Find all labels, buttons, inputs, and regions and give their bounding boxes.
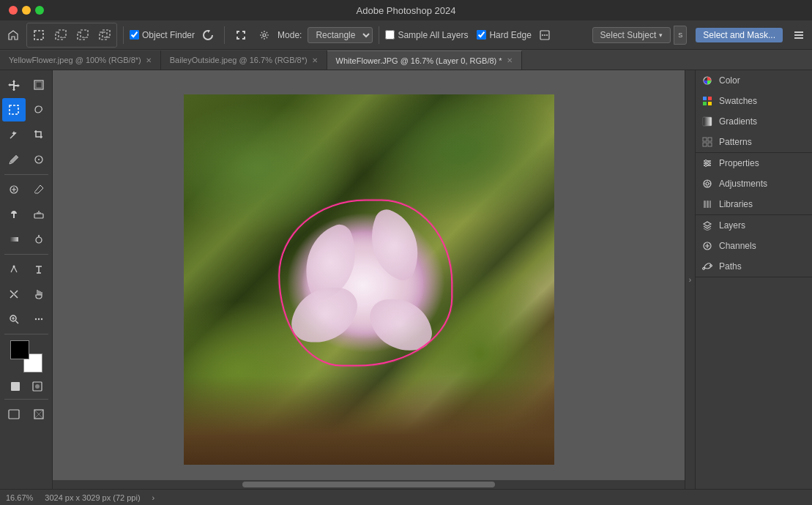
tool-separator-4 [4,399,48,400]
eraser-tool[interactable] [27,203,51,226]
patterns-label: Patterns [719,137,806,147]
eyedropper-tool[interactable] [2,148,26,171]
settings-btn[interactable] [254,25,275,45]
panel-item-swatches[interactable]: Swatches [696,91,812,111]
select-subject-button[interactable]: Select Subject ▾ [592,27,671,43]
artboard-tool[interactable] [27,73,51,97]
healing-tool[interactable] [2,178,26,201]
chevron-down-icon: ▾ [659,31,663,39]
panel-item-gradients[interactable]: Gradients [696,111,812,132]
home-button[interactable] [3,25,23,45]
healing-tools [2,178,51,201]
panel-toggle-btn[interactable] [789,25,809,45]
refresh-btn[interactable] [198,25,218,45]
panel-item-layers[interactable]: Layers [696,215,812,236]
object-finder-checkbox[interactable]: Mode: Object Finder [130,30,195,40]
more-tools[interactable] [27,307,51,331]
quick-mask-on[interactable] [28,377,47,396]
hand-tool[interactable] [27,283,51,306]
paths-icon [701,261,713,272]
sample-all-layers-input[interactable] [385,30,395,40]
app-title: Adobe Photoshop 2024 [357,5,456,16]
svg-rect-33 [9,410,19,419]
rectangular-marquee-tool[interactable] [2,98,26,121]
tab-white-flower[interactable]: WhiteFlower.JPG @ 16.7% (Layer 0, RGB/8)… [327,50,522,70]
panel-item-channels[interactable]: Channels [696,236,812,256]
expand-btn[interactable] [231,25,251,45]
svg-rect-17 [10,105,18,114]
dodge-tool[interactable] [27,228,51,251]
patterns-icon [701,136,713,148]
scrollbar-thumb[interactable] [242,482,495,487]
extra-btn[interactable] [534,25,555,45]
maximize-button[interactable] [35,6,44,15]
svg-rect-4 [81,30,88,37]
gradients-icon [701,116,713,127]
add-selection-btn[interactable] [51,25,71,45]
intersect-selection-btn[interactable] [94,25,115,45]
svg-rect-36 [703,97,707,100]
close-button[interactable] [9,6,18,15]
crop-tool[interactable] [27,123,51,146]
arrow-icon[interactable]: › [152,493,155,502]
traffic-lights [9,6,44,15]
zoom-tool[interactable] [2,307,26,331]
svg-point-48 [705,165,707,167]
sample-all-layers-checkbox[interactable]: Sample All Layers [385,30,468,40]
tab-close-icon[interactable]: ✕ [146,56,152,64]
mode-select[interactable]: Rectangle [308,27,373,43]
object-finder-input[interactable] [130,30,139,40]
layers-icon [701,220,713,231]
horizontal-scrollbar[interactable] [53,480,685,489]
right-panel: Color Swatches Gradients Patterns [695,70,812,489]
svg-rect-6 [103,30,110,37]
brush-tool[interactable] [27,178,51,201]
color-label: Color [719,75,806,86]
svg-point-25 [12,266,15,268]
select-and-mask-button[interactable]: Select and Mask... [696,28,783,42]
hard-edge-input[interactable] [477,30,486,40]
canvas-area[interactable] [53,70,685,489]
tab-yellow-flower[interactable]: YellowFlower.jpeg @ 100% (RGB/8*) ✕ [0,50,161,70]
main-layout: › Color Swatches Gradients [0,70,812,489]
tool-separator-2 [4,254,48,255]
paths-label: Paths [719,261,806,272]
subtract-selection-btn[interactable] [72,25,93,45]
tab-label: WhiteFlower.JPG @ 16.7% (Layer 0, RGB/8)… [336,56,502,65]
minimize-button[interactable] [22,6,31,15]
move-tool[interactable] [2,73,26,97]
panel-item-libraries[interactable]: Libraries [696,194,812,214]
panel-item-color[interactable]: Color [696,70,812,91]
frame-tool[interactable] [27,403,51,426]
measure-tool[interactable] [27,148,51,171]
svg-rect-14 [794,37,803,39]
panel-collapse-btn[interactable]: › [685,70,695,489]
channels-icon [701,240,713,252]
panel-item-patterns[interactable]: Patterns [696,132,812,152]
svg-rect-43 [708,138,712,141]
svg-rect-2 [59,30,66,37]
tab-close-icon[interactable]: ✕ [507,56,513,64]
tab-bailey-outside[interactable]: BaileyOutside.jpeg @ 16.7% (RGB/8*) ✕ [161,50,327,70]
properties-label: Properties [719,158,806,168]
screen-mode-btn[interactable] [2,403,26,426]
tab-close-icon[interactable]: ✕ [312,56,318,64]
lasso-tool[interactable] [27,98,51,121]
new-selection-btn[interactable] [29,25,49,45]
path-selection-tool[interactable] [2,283,26,306]
clone-tool[interactable] [2,203,26,226]
swatches-icon [701,95,713,107]
magic-wand-tool[interactable] [2,123,26,146]
gradient-tool[interactable] [2,228,26,251]
svg-rect-5 [100,32,107,40]
type-tool[interactable] [27,258,51,281]
panel-item-paths[interactable]: Paths [696,256,812,277]
quick-mask-off[interactable] [6,377,25,396]
foreground-color-swatch[interactable] [10,340,29,359]
panel-item-properties[interactable]: Properties [696,153,812,173]
panel-item-adjustments[interactable]: Adjustments [696,173,812,194]
dimensions-value: 3024 px x 3029 px (72 ppi) [45,493,140,502]
pen-tool[interactable] [2,258,26,281]
hard-edge-checkbox[interactable]: Hard Edge [477,30,531,40]
select-subject-extra-btn[interactable]: S [674,26,687,45]
